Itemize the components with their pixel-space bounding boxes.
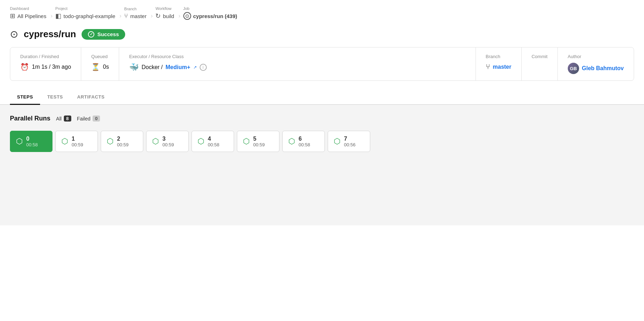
job-circle-icon: ⊙ xyxy=(183,12,191,20)
pipelines-grid-icon: ⊞ xyxy=(10,12,15,20)
tab-tests[interactable]: TESTS xyxy=(40,89,70,105)
run-card-time-3: 00:59 xyxy=(162,142,174,147)
run-card-num-0: 0 xyxy=(26,135,38,142)
dashboard-label: Dashboard xyxy=(10,6,46,11)
duration-cell: Duration / Finished ⏰ 1m 1s / 3m ago xyxy=(10,47,81,80)
run-card-time-2: 00:59 xyxy=(117,142,129,147)
run-card-6[interactable]: ⬡600:58 xyxy=(282,131,325,152)
tab-steps[interactable]: STEPS xyxy=(10,89,40,105)
executor-cell: Executor / Resource Class 🐳 Docker / Med… xyxy=(119,47,476,80)
page-title-area: ⊙ cypress/run ✓ Success xyxy=(0,23,644,47)
hourglass-icon: ⏳ xyxy=(91,63,100,71)
run-card-5[interactable]: ⬡500:59 xyxy=(237,131,279,152)
info-card: Duration / Finished ⏰ 1m 1s / 3m ago Que… xyxy=(10,47,634,81)
docker-icon: 🐳 xyxy=(129,63,139,72)
all-count-badge: 8 xyxy=(64,116,71,122)
run-card-0[interactable]: ⬡000:58 xyxy=(10,131,52,152)
queued-value: 0s xyxy=(103,64,109,70)
run-card-time-5: 00:59 xyxy=(253,142,265,147)
failed-count-badge: 0 xyxy=(93,116,100,122)
commit-label: Commit xyxy=(532,54,548,59)
executor-value-row: 🐳 Docker / Medium+ ↗ i xyxy=(129,63,465,72)
workflow-label-bc: Workflow xyxy=(155,6,174,11)
tabs-area: STEPS TESTS ARTIFACTS xyxy=(0,89,644,105)
run-card-icon-4: ⬡ xyxy=(198,137,204,146)
duration-value: 1m 1s / 3m ago xyxy=(32,64,71,70)
author-label: Author xyxy=(568,54,624,59)
job-title-icon: ⊙ xyxy=(10,28,18,40)
job-label-bc: Job xyxy=(183,6,237,11)
steps-content: Parallel Runs All 8 Failed 0 ⬡000:58⬡100… xyxy=(0,105,644,225)
breadcrumb-project-section: Project ◧ todo-graphql-example xyxy=(55,6,115,20)
all-pipelines-link[interactable]: All Pipelines xyxy=(17,13,46,19)
sep4: › xyxy=(178,13,180,20)
branch-icon-card: ⑂ xyxy=(486,63,490,71)
run-card-icon-1: ⬡ xyxy=(61,137,68,146)
queued-label: Queued xyxy=(91,54,109,59)
run-cards: ⬡000:58⬡100:59⬡200:59⬡300:59⬡400:58⬡500:… xyxy=(10,131,634,152)
breadcrumb: Dashboard ⊞ All Pipelines › Project ◧ to… xyxy=(0,0,644,23)
run-card-icon-6: ⬡ xyxy=(288,137,295,146)
parallel-runs-title: Parallel Runs xyxy=(10,115,50,122)
run-card-icon-0: ⬡ xyxy=(16,137,23,146)
resource-class-link[interactable]: Medium+ xyxy=(166,64,190,71)
breadcrumb-dashboard-section: Dashboard ⊞ All Pipelines xyxy=(10,6,46,20)
branch-icon-bc: ⑂ xyxy=(124,12,128,20)
clock-icon: ⏰ xyxy=(20,63,29,71)
breadcrumb-job-section: Job ⊙ cypress/run (439) xyxy=(183,6,237,20)
branch-cell: Branch ⑂ master xyxy=(476,47,522,80)
author-link[interactable]: Gleb Bahmutov xyxy=(582,65,624,72)
run-card-time-6: 00:58 xyxy=(299,142,310,147)
queued-value-row: ⏳ 0s xyxy=(91,63,109,71)
avatar: GB xyxy=(568,63,579,74)
run-card-num-4: 4 xyxy=(208,135,220,142)
project-label: Project xyxy=(55,6,115,11)
external-link-icon: ↗ xyxy=(193,65,197,70)
workflow-link[interactable]: build xyxy=(163,13,174,19)
run-card-num-7: 7 xyxy=(344,135,356,142)
workflow-icon: ↻ xyxy=(155,12,161,20)
run-card-time-0: 00:58 xyxy=(26,142,38,147)
sep3: › xyxy=(151,13,152,20)
avatar-image: GB xyxy=(568,63,579,74)
run-card-1[interactable]: ⬡100:59 xyxy=(55,131,98,152)
tab-artifacts[interactable]: ARTIFACTS xyxy=(70,89,112,105)
sep2: › xyxy=(120,13,121,20)
run-card-time-1: 00:59 xyxy=(72,142,83,147)
commit-cell: Commit xyxy=(522,47,558,80)
run-card-2[interactable]: ⬡200:59 xyxy=(101,131,143,152)
executor-label: Executor / Resource Class xyxy=(129,54,465,59)
all-label: All xyxy=(56,116,62,122)
run-card-num-1: 1 xyxy=(72,135,83,142)
run-card-4[interactable]: ⬡400:58 xyxy=(191,131,234,152)
failed-filter-btn[interactable]: Failed 0 xyxy=(77,116,100,122)
project-icon: ◧ xyxy=(55,12,61,20)
branch-link[interactable]: master xyxy=(130,13,146,19)
author-cell: Author GB Gleb Bahmutov xyxy=(558,47,634,80)
failed-label: Failed xyxy=(77,116,90,122)
sep1: › xyxy=(51,13,52,20)
run-card-7[interactable]: ⬡700:56 xyxy=(328,131,370,152)
breadcrumb-branch-section: Branch ⑂ master xyxy=(124,7,146,20)
run-card-3[interactable]: ⬡300:59 xyxy=(146,131,189,152)
branch-value-link[interactable]: master xyxy=(493,64,511,70)
run-card-num-2: 2 xyxy=(117,135,129,142)
info-circle-icon[interactable]: i xyxy=(200,64,207,71)
run-card-icon-3: ⬡ xyxy=(152,137,159,146)
run-card-icon-2: ⬡ xyxy=(107,137,113,146)
queued-cell: Queued ⏳ 0s xyxy=(81,47,119,80)
status-badge: ✓ Success xyxy=(82,29,125,40)
executor-value: Docker / xyxy=(141,64,163,71)
run-card-icon-7: ⬡ xyxy=(334,137,340,146)
project-link[interactable]: todo-graphql-example xyxy=(63,13,115,19)
branch-value-row: ⑂ master xyxy=(486,63,511,71)
author-value-row: GB Gleb Bahmutov xyxy=(568,63,624,74)
run-card-time-4: 00:58 xyxy=(208,142,220,147)
run-card-num-5: 5 xyxy=(253,135,265,142)
duration-label: Duration / Finished xyxy=(20,54,71,59)
branch-label-card: Branch xyxy=(486,54,511,59)
all-filter-btn[interactable]: All 8 xyxy=(56,116,71,122)
job-link[interactable]: cypress/run (439) xyxy=(193,13,237,19)
duration-value-row: ⏰ 1m 1s / 3m ago xyxy=(20,63,71,71)
check-icon: ✓ xyxy=(88,31,94,38)
